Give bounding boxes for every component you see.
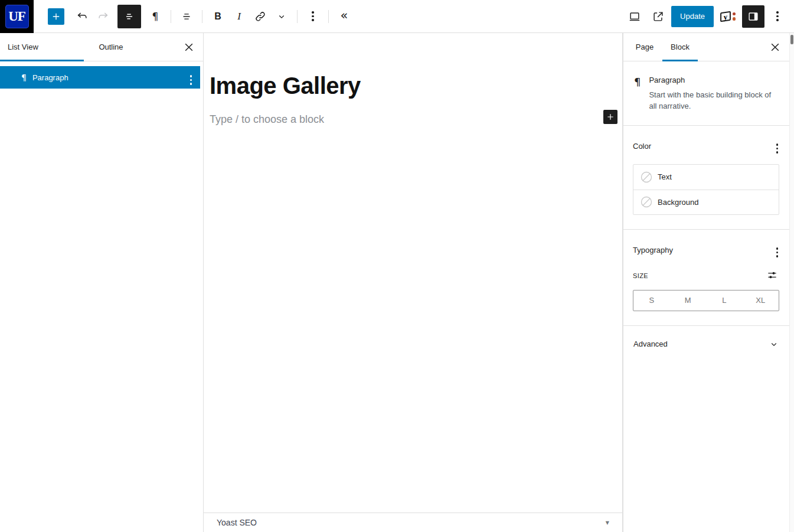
- color-controls: Text Background: [633, 164, 779, 215]
- block-options-button[interactable]: [302, 6, 324, 27]
- update-button[interactable]: Update: [671, 6, 714, 27]
- preview-button[interactable]: [624, 6, 645, 27]
- font-size-option-s[interactable]: S: [633, 291, 670, 311]
- tab-list-view[interactable]: List View: [0, 33, 84, 61]
- toolbar-separator: [297, 10, 298, 23]
- close-icon: [185, 43, 193, 51]
- block-card-title: Paragraph: [649, 76, 780, 84]
- block-inserter-toggle-button[interactable]: [48, 8, 64, 25]
- collapse-toolbar-button[interactable]: «: [334, 6, 355, 27]
- format-more-dropdown[interactable]: [271, 6, 292, 27]
- typography-section-title: Typography: [633, 246, 673, 254]
- external-link-icon: [652, 10, 665, 23]
- block-card: ¶ Paragraph Start with the basic buildin…: [623, 61, 789, 125]
- plus-icon: [606, 112, 615, 122]
- metabox-title: Yoast SEO: [217, 518, 257, 527]
- no-color-icon: [641, 196, 652, 208]
- plus-icon: [51, 11, 61, 22]
- scrollbar-thumb[interactable]: [790, 35, 793, 44]
- ellipsis-vertical-icon: [190, 75, 192, 85]
- text-color-control[interactable]: Text: [633, 165, 779, 190]
- editor-page[interactable]: Image Gallery Type / to choose a block: [204, 33, 622, 513]
- yoast-score-dots-icon: [733, 12, 736, 21]
- ellipsis-vertical-icon: [776, 247, 779, 257]
- block-inserter-button[interactable]: [603, 110, 617, 124]
- redo-button[interactable]: [93, 6, 114, 27]
- toolbar-left-group: ¶ B I «: [34, 0, 355, 32]
- ellipsis-vertical-icon: [776, 11, 779, 21]
- yoast-seo-metabox[interactable]: Yoast SEO ▼: [204, 513, 622, 532]
- ellipsis-vertical-icon: [776, 143, 779, 154]
- background-color-control[interactable]: Background: [633, 190, 779, 214]
- toolbar-separator: [171, 10, 171, 23]
- paragraph-icon: ¶: [152, 11, 159, 22]
- block-card-description: Start with the basic building block of a…: [649, 90, 780, 112]
- tab-page[interactable]: Page: [627, 33, 662, 61]
- font-size-segmented-control: S M L XL: [633, 290, 779, 311]
- list-view-panel: List View Outline ¶ Paragraph: [0, 33, 204, 532]
- text-color-label: Text: [658, 172, 672, 181]
- list-view-tabs: List View Outline: [0, 33, 203, 61]
- device-preview-icon: [628, 10, 641, 23]
- top-toolbar: UF ¶ B I: [0, 0, 794, 33]
- no-color-icon: [641, 171, 652, 183]
- toolbar-separator: [328, 10, 329, 23]
- background-color-label: Background: [658, 198, 698, 207]
- italic-icon: I: [237, 11, 241, 22]
- list-view-item-paragraph[interactable]: ¶ Paragraph: [0, 66, 200, 89]
- color-section: Color Text Background: [623, 126, 789, 229]
- empty-paragraph-block[interactable]: Type / to choose a block: [210, 111, 616, 128]
- block-placeholder-text: Type / to choose a block: [210, 113, 324, 126]
- sidebar-panel-icon: [747, 10, 760, 23]
- uf-logo-text: UF: [8, 9, 25, 24]
- options-menu-button[interactable]: [767, 6, 788, 27]
- undo-icon: [76, 10, 89, 23]
- chevron-down-icon: [769, 339, 779, 350]
- list-view-item-label: Paragraph: [32, 73, 68, 82]
- post-title[interactable]: Image Gallery: [210, 72, 616, 99]
- view-page-button[interactable]: [648, 6, 669, 27]
- advanced-panel-toggle[interactable]: Advanced: [623, 326, 789, 363]
- align-text-icon: [180, 10, 193, 23]
- font-size-option-m[interactable]: M: [670, 291, 707, 311]
- font-size-option-l[interactable]: L: [706, 291, 743, 311]
- font-size-option-xl[interactable]: XL: [743, 291, 779, 311]
- list-view-item-options-button[interactable]: [190, 70, 192, 85]
- toolbar-right-group: Update y: [624, 5, 794, 28]
- italic-button[interactable]: I: [228, 6, 250, 27]
- close-icon: [771, 43, 779, 51]
- tab-outline[interactable]: Outline: [84, 33, 138, 61]
- color-section-title: Color: [633, 142, 651, 151]
- undo-button[interactable]: [71, 6, 93, 27]
- list-view-icon: [123, 10, 136, 23]
- redo-icon: [97, 10, 110, 23]
- double-chevron-left-icon: «: [341, 9, 348, 24]
- sliders-icon: [766, 269, 778, 281]
- chevron-down-icon: [276, 11, 287, 22]
- color-options-button[interactable]: [775, 138, 780, 155]
- close-settings-button[interactable]: [761, 33, 789, 61]
- page-scrollbar[interactable]: [789, 33, 794, 532]
- tab-block[interactable]: Block: [662, 33, 698, 61]
- text-align-button[interactable]: [176, 6, 197, 27]
- close-list-view-button[interactable]: [175, 33, 203, 61]
- paragraph-icon: ¶: [634, 76, 641, 112]
- typography-section: Typography SIZE S M L XL: [623, 230, 789, 325]
- paragraph-icon: ¶: [21, 73, 27, 82]
- block-type-paragraph-button[interactable]: ¶: [145, 6, 166, 27]
- typography-options-button[interactable]: [775, 241, 780, 259]
- yoast-icon: y: [720, 11, 731, 22]
- yoast-seo-button[interactable]: y: [716, 6, 740, 27]
- ellipsis-vertical-icon: [312, 11, 314, 21]
- settings-sidebar: Page Block ¶ Paragraph Start with the ba…: [623, 33, 789, 532]
- bold-icon: B: [214, 11, 221, 22]
- font-size-settings-button[interactable]: [765, 268, 779, 284]
- bold-button[interactable]: B: [207, 6, 228, 27]
- settings-sidebar-toggle-button[interactable]: [742, 5, 764, 28]
- site-logo[interactable]: UF: [0, 0, 34, 33]
- caret-down-icon[interactable]: ▼: [606, 520, 609, 526]
- advanced-label: Advanced: [633, 340, 668, 348]
- editor-canvas: Image Gallery Type / to choose a block Y…: [204, 33, 623, 532]
- link-button[interactable]: [250, 6, 271, 27]
- document-overview-button[interactable]: [117, 5, 141, 28]
